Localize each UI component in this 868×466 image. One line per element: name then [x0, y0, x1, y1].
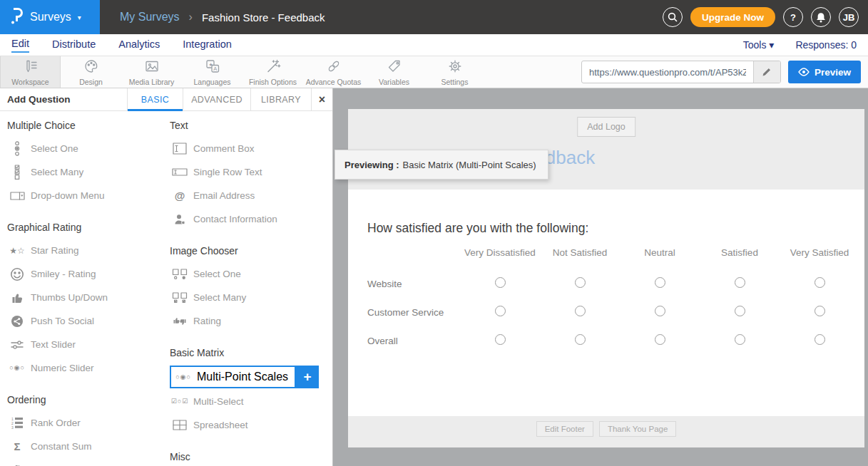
toolbar-finish-options[interactable]: Finish Options [242, 56, 303, 88]
notifications-button[interactable] [811, 7, 831, 27]
matrix-radio[interactable] [815, 306, 825, 316]
add-logo-button[interactable]: Add Logo [577, 117, 635, 137]
qtype-image-select-many[interactable]: Select Many [170, 286, 332, 309]
numbered-list-icon: 123 [7, 417, 27, 429]
matrix-radio[interactable] [575, 334, 586, 345]
at-sign-icon: @ [170, 190, 190, 201]
qtype-dropdown-menu[interactable]: Drop-down Menu [7, 184, 170, 207]
qtype-constant-sum[interactable]: Σ Constant Sum [7, 435, 170, 458]
questionpro-app: Surveys ▾ My Surveys › Fashion Store - F… [0, 0, 868, 466]
search-button[interactable] [663, 7, 683, 27]
matrix-col-header: Very Dissatisfied [460, 247, 540, 269]
dropdown-icon [7, 191, 27, 201]
help-button[interactable]: ? [783, 7, 803, 27]
breadcrumb-my-surveys[interactable]: My Surveys [120, 11, 180, 24]
edit-url-button[interactable] [753, 61, 780, 83]
gear-icon [447, 58, 463, 76]
upgrade-now-button[interactable]: Upgrade Now [690, 7, 775, 27]
matrix-question-text: How satisfied are you with the following… [367, 221, 864, 236]
single-row-icon [170, 168, 190, 176]
edit-footer-button[interactable]: Edit Footer [536, 421, 593, 437]
breadcrumb: My Surveys › Fashion Store - Feedback [120, 11, 325, 24]
qtype-email-address[interactable]: @ Email Address [170, 184, 332, 207]
qtype-contact-information[interactable]: Contact Information [170, 207, 332, 231]
tab-distribute[interactable]: Distribute [52, 38, 96, 52]
qtype-comment-box[interactable]: Comment Box [170, 137, 332, 160]
qtype-spreadsheet[interactable]: Spreadsheet [170, 413, 332, 437]
toolbar-design[interactable]: Design [61, 56, 121, 88]
qtype-image-rating[interactable]: Rating [170, 309, 332, 333]
surveys-menu[interactable]: Surveys ▾ [0, 0, 100, 34]
search-icon [668, 12, 678, 22]
thumb-up-icon [7, 291, 27, 304]
multi-select-icon: ☑○☑ [170, 398, 190, 405]
toolbar-workspace[interactable]: Workspace [0, 56, 61, 88]
matrix-radio[interactable] [495, 334, 506, 345]
tab-integration[interactable]: Integration [183, 38, 232, 52]
matrix-radio[interactable] [735, 277, 745, 288]
question-types-col1: Multiple Choice Select One Select Many D… [7, 117, 170, 466]
tab-advanced[interactable]: ADVANCED [183, 88, 250, 110]
workspace-icon [23, 58, 39, 76]
matrix-radio[interactable] [575, 306, 586, 316]
add-question-panel: Add Question BASIC ADVANCED LIBRARY × Mu… [0, 88, 333, 466]
matrix-radio[interactable] [815, 277, 825, 288]
add-question-plus-button[interactable]: + [296, 366, 319, 388]
chevron-down-icon: ▾ [769, 39, 774, 51]
toolbar-languages[interactable]: ★A Languages [182, 56, 242, 88]
qtype-select-many[interactable]: Select Many [7, 160, 170, 184]
qtype-rank-order[interactable]: 123 Rank Order [7, 411, 170, 435]
user-avatar[interactable]: JB [839, 7, 859, 27]
top-bar-actions: Upgrade Now ? JB [663, 7, 868, 27]
matrix-radio[interactable] [495, 277, 506, 288]
question-types-col2: Text Comment Box Single Row Text @ Email… [170, 117, 332, 466]
tab-basic[interactable]: BASIC [127, 88, 183, 110]
previewing-label: Previewing : [344, 160, 399, 170]
qtype-text-slider[interactable]: Text Slider [7, 333, 170, 356]
responses-count[interactable]: Responses: 0 [795, 39, 857, 51]
qtype-select-one[interactable]: Select One [7, 137, 170, 160]
question-types: Multiple Choice Select One Select Many D… [0, 111, 332, 466]
smiley-icon [7, 267, 27, 281]
section-text: Text [170, 120, 332, 131]
matrix-row-overall: Overall [367, 326, 859, 355]
qtype-star-rating[interactable]: ★☆ Star Rating [7, 239, 170, 262]
qtype-multi-point-scales[interactable]: ○◉○ Multi-Point Scales [170, 366, 296, 388]
tools-menu[interactable]: Tools ▾ [743, 39, 775, 51]
close-panel-button[interactable]: × [311, 88, 332, 110]
qtype-push-to-social[interactable]: Push To Social [7, 309, 170, 333]
matrix-radio[interactable] [735, 306, 745, 316]
matrix-radio[interactable] [655, 334, 665, 345]
top-bar: Surveys ▾ My Surveys › Fashion Store - F… [0, 0, 868, 34]
toolbar-advance-quotas[interactable]: Advance Quotas [303, 56, 364, 88]
matrix-radio[interactable] [815, 334, 825, 345]
survey-url-input[interactable] [582, 61, 753, 83]
survey-nav: Edit Distribute Analytics Integration To… [0, 34, 868, 56]
qtype-partial-cutoff[interactable] [7, 458, 170, 466]
qtype-image-select-one[interactable]: Select One [170, 262, 332, 286]
share-icon [7, 315, 27, 328]
matrix-radio[interactable] [575, 277, 586, 288]
matrix-radio[interactable] [495, 306, 506, 316]
qtype-multi-select-matrix[interactable]: ☑○☑ Multi-Select [170, 390, 332, 413]
toolbar-variables[interactable]: Variables [364, 56, 424, 88]
matrix-radio[interactable] [655, 277, 665, 288]
qtype-thumbs-up-down[interactable]: Thumbs Up/Down [7, 286, 170, 309]
matrix-col-header: Very Satisfied [780, 247, 859, 269]
toolbar-right: Preview [581, 56, 868, 88]
multi-point-icon: ○◉○ [173, 374, 193, 380]
qtype-smiley-rating[interactable]: Smiley - Rating [7, 262, 170, 286]
thank-you-page-button[interactable]: Thank You Page [599, 421, 676, 437]
tab-edit[interactable]: Edit [11, 38, 29, 53]
tab-library[interactable]: LIBRARY [250, 88, 311, 110]
survey-card-footer: Edit Footer Thank You Page [348, 416, 864, 447]
qtype-numeric-slider[interactable]: ○◉○ Numeric Slider [7, 356, 170, 380]
toolbar-settings[interactable]: Settings [424, 56, 485, 88]
toolbar-media-library[interactable]: Media Library [121, 56, 182, 88]
matrix-radio[interactable] [655, 306, 665, 316]
matrix-radio[interactable] [735, 334, 745, 345]
qtype-single-row-text[interactable]: Single Row Text [170, 160, 332, 184]
tab-analytics[interactable]: Analytics [118, 38, 160, 52]
edit-toolbar: Workspace Design Media Library ★A Langua… [0, 56, 868, 88]
preview-button[interactable]: Preview [788, 61, 861, 83]
